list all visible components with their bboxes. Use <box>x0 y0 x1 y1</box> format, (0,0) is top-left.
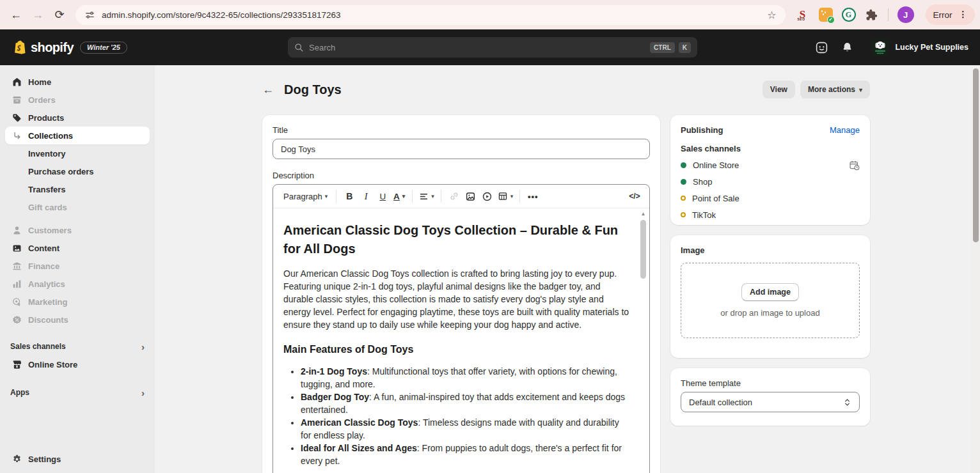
sidebar-item-gift-cards[interactable]: Gift cards <box>5 198 150 216</box>
channel-name: TikTok <box>692 210 716 220</box>
search-input[interactable] <box>309 43 646 52</box>
sidebar-item-transfers[interactable]: Transfers <box>5 180 150 198</box>
sidebar: HomeOrdersProductsCollectionsInventoryPu… <box>0 65 155 473</box>
chevron-down-icon: ▾ <box>402 193 406 199</box>
sidebar-item-home[interactable]: Home <box>5 73 150 91</box>
sidebar-item-content[interactable]: Content <box>5 239 150 257</box>
back-arrow-icon[interactable]: ← <box>262 83 274 97</box>
sidebar-item-analytics[interactable]: Analytics <box>5 275 150 293</box>
insert-table-button[interactable]: ▾ <box>496 188 516 205</box>
paragraph-style-dropdown[interactable]: Paragraph ▾ <box>280 188 331 205</box>
browser-forward-button[interactable]: → <box>27 4 49 26</box>
view-button[interactable]: View <box>763 81 795 98</box>
browser-toolbar: ← → ⟳ admin.shopify.com/store/9c4322-65/… <box>0 0 980 29</box>
seo-extension-icon[interactable]: SSEO <box>796 8 810 22</box>
store-name: Lucky Pet Supplies <box>895 43 968 52</box>
inactive-status-dot <box>681 212 686 217</box>
sidebar-item-orders[interactable]: Orders <box>5 91 150 109</box>
notifications-bell-icon[interactable] <box>841 42 853 54</box>
browser-reload-button[interactable]: ⟳ <box>49 4 70 26</box>
sidebar-item-products[interactable]: Products <box>5 109 150 127</box>
store-account-chip[interactable]: Lucky Pet Supplies <box>866 36 974 59</box>
sidebar-item-label: Finance <box>28 261 59 271</box>
sidebar-item-inventory[interactable]: Inventory <box>5 144 150 162</box>
page-scrollbar[interactable] <box>971 65 980 473</box>
sidebar-item-purchase-orders[interactable]: Purchase orders <box>5 162 150 180</box>
url-text[interactable]: admin.shopify.com/store/9c4322-65/collec… <box>102 10 341 20</box>
sales-channels-subtitle: Sales channels <box>681 144 860 153</box>
kbd-ctrl: CTRL <box>650 42 675 53</box>
bold-button[interactable]: B <box>341 188 358 205</box>
sidebar-item-label: Inventory <box>28 149 66 159</box>
editor-toolbar: Paragraph ▾ B I U A▾ ▾ <box>273 185 649 208</box>
select-updown-icon <box>843 398 851 407</box>
sidebar-item-collections[interactable]: Collections <box>5 127 150 144</box>
sidekick-icon[interactable] <box>815 41 828 54</box>
text-color-button[interactable]: A▾ <box>391 188 407 205</box>
channel-row-shop: Shop <box>681 176 860 187</box>
editor-scrollbar[interactable]: ▲ <box>640 211 647 473</box>
alignment-button[interactable]: ▾ <box>417 188 436 205</box>
shopify-logo[interactable]: shopify Winter '25 <box>13 40 127 55</box>
global-search[interactable]: CTRL K <box>288 37 697 58</box>
address-bar[interactable]: admin.shopify.com/store/9c4322-65/collec… <box>75 5 786 25</box>
image-dropzone[interactable]: Add image or drop an image to upload <box>681 263 860 338</box>
finance-icon <box>10 260 23 272</box>
editor-content[interactable]: American Classic Dog Toys Collection – D… <box>273 208 649 473</box>
marketing-icon <box>10 295 23 308</box>
link-button[interactable] <box>446 188 462 205</box>
sidebar-item-label: Collections <box>28 131 73 141</box>
sidebar-item-label: Products <box>28 113 64 123</box>
schedule-calendar-icon[interactable] <box>849 160 860 171</box>
insert-image-button[interactable] <box>462 188 479 205</box>
title-input[interactable] <box>273 139 650 159</box>
orange-extension-icon[interactable]: ✓ <box>819 8 833 22</box>
grammarly-extension-icon[interactable]: G <box>842 8 856 22</box>
sidebar-item-settings[interactable]: Settings <box>5 450 150 468</box>
sidebar-item-marketing[interactable]: Marketing <box>5 293 150 311</box>
sidebar-item-finance[interactable]: Finance <box>5 257 150 275</box>
sidebar-item-label: Marketing <box>28 297 67 307</box>
site-settings-icon[interactable] <box>84 10 95 20</box>
scroll-up-arrow-icon[interactable]: ▲ <box>640 211 647 217</box>
insert-video-button[interactable] <box>479 188 496 205</box>
sidebar-item-label: Discounts <box>28 315 68 325</box>
image-title: Image <box>681 245 860 255</box>
code-view-button[interactable]: </> <box>626 188 643 205</box>
add-image-button[interactable]: Add image <box>741 283 799 301</box>
browser-back-button[interactable]: ← <box>5 4 27 26</box>
icon-spacer <box>10 147 23 160</box>
browser-profile-avatar[interactable]: J <box>897 6 914 23</box>
underline-button[interactable]: U <box>374 188 391 205</box>
theme-template-select[interactable]: Default collection <box>681 392 860 412</box>
browser-menu-icon[interactable]: ⋮ <box>959 10 968 19</box>
editor-feature-list: 2-in-1 Dog Toys: Multifunctional toys th… <box>283 365 630 467</box>
publishing-card: Publishing Manage Sales channels Online … <box>670 115 870 225</box>
more-options-button[interactable]: ••• <box>525 188 541 205</box>
products-icon <box>10 111 23 124</box>
manage-link[interactable]: Manage <box>830 125 860 135</box>
page-scrollbar-thumb[interactable] <box>973 68 979 242</box>
italic-button[interactable]: I <box>358 188 374 205</box>
chevron-right-icon: › <box>141 387 145 398</box>
sales-channels-header[interactable]: Sales channels › <box>5 337 150 355</box>
sidebar-item-customers[interactable]: Customers <box>5 221 150 239</box>
drop-hint-text: or drop an image to upload <box>720 308 819 318</box>
editor-scrollbar-thumb[interactable] <box>640 220 646 279</box>
apps-header[interactable]: Apps › <box>5 384 150 401</box>
extensions-puzzle-icon[interactable] <box>865 8 879 22</box>
feature-item: 2-in-1 Dog Toys: Multifunctional toys th… <box>301 365 630 391</box>
title-label: Title <box>273 125 650 135</box>
bookmark-star-icon[interactable]: ☆ <box>767 9 776 21</box>
sidebar-item-discounts[interactable]: Discounts <box>5 311 150 329</box>
browser-error-button[interactable]: Error ⋮ <box>926 4 976 25</box>
chevron-right-icon: › <box>141 341 145 352</box>
sidebar-item-online-store[interactable]: Online Store <box>5 355 150 373</box>
toolbar-divider <box>336 190 336 203</box>
divider <box>888 8 889 21</box>
description-label: Description <box>273 171 650 180</box>
sidebar-item-label: Purchase orders <box>28 167 94 176</box>
active-status-dot <box>681 162 686 168</box>
sales-channels-nav: Online Store <box>0 355 155 373</box>
more-actions-button[interactable]: More actions ▾ <box>800 81 870 98</box>
